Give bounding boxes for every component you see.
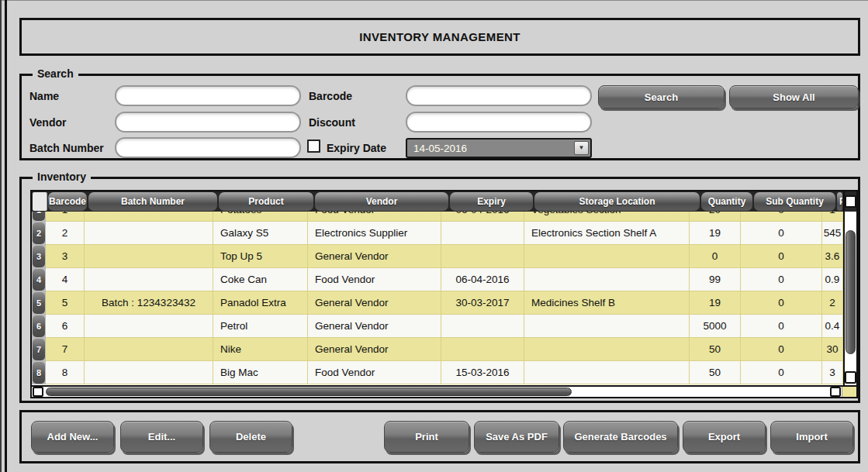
- import-button-label: Import: [796, 431, 827, 443]
- barcode-input[interactable]: [406, 85, 592, 106]
- horizontal-scrollbar-left-button[interactable]: [33, 387, 43, 397]
- expiry-date-dropdown-button[interactable]: ▼: [574, 141, 589, 155]
- vendor-input[interactable]: [115, 112, 301, 133]
- cell-vendor: General Vendor: [308, 291, 441, 315]
- cell-purchase: 3.6: [822, 245, 843, 268]
- table-row[interactable]: 11PotatoesFood Vendor06-04-2016Vegetable…: [32, 212, 843, 222]
- cell-expiry: 30-03-2017: [441, 291, 524, 315]
- cell-expiry: [441, 338, 524, 361]
- delete-button[interactable]: Delete: [209, 421, 292, 453]
- row-header[interactable]: 3: [32, 245, 46, 268]
- table-row[interactable]: 44Coke CanFood Vendor06-04-20169900.9: [32, 268, 843, 291]
- table-row[interactable]: 88Big MacFood Vendor15-03-20165003: [32, 361, 843, 384]
- print-button[interactable]: Print: [384, 421, 469, 453]
- vertical-scrollbar-up-button[interactable]: [845, 195, 856, 208]
- cell-barcode: 6: [46, 315, 85, 338]
- row-header[interactable]: 7: [32, 338, 46, 361]
- table-row[interactable]: 33Top Up 5General Vendor003.6: [32, 245, 843, 268]
- cell-expiry: [441, 315, 524, 338]
- grid-header-row: BarcodeBatch NumberProductVendorExpirySt…: [32, 191, 843, 212]
- row-header[interactable]: 5: [32, 291, 46, 315]
- save-as-pdf-button[interactable]: Save As PDF: [474, 421, 559, 453]
- discount-input[interactable]: [406, 112, 592, 133]
- horizontal-scrollbar-thumb[interactable]: [46, 388, 572, 396]
- row-header[interactable]: 8: [32, 361, 46, 384]
- cell-location: [524, 268, 690, 291]
- generate-barcodes-button[interactable]: Generate Barcodes: [563, 421, 678, 453]
- table-row[interactable]: 22Galaxy S5Electronics SupplierElectroni…: [32, 222, 843, 245]
- page-title: INVENTORY MANAGEMENT: [359, 30, 520, 43]
- cell-sub_quantity: 0: [741, 315, 822, 338]
- cell-location: [524, 361, 690, 384]
- column-header-barcode[interactable]: Barcode: [48, 192, 87, 211]
- vertical-scrollbar-track[interactable]: [845, 212, 856, 385]
- cell-barcode: 2: [46, 222, 85, 245]
- batch-number-label: Batch Number: [29, 142, 104, 154]
- delete-button-label: Delete: [236, 431, 266, 443]
- cell-batch: [85, 222, 213, 245]
- scrollbar-corner: [842, 387, 856, 397]
- cell-batch: [85, 245, 213, 268]
- table-row[interactable]: 77NikeGeneral Vendor50030: [32, 338, 843, 361]
- cell-quantity: 19: [690, 222, 741, 245]
- chevron-down-icon: ▼: [579, 145, 585, 151]
- row-header[interactable]: 1: [32, 212, 46, 222]
- column-header-quantity[interactable]: Quantity: [701, 192, 752, 211]
- horizontal-scrollbar-right-button[interactable]: [830, 387, 841, 397]
- row-header[interactable]: 4: [32, 268, 46, 291]
- column-header-product[interactable]: Product: [219, 192, 313, 211]
- cell-barcode: 5: [46, 291, 85, 315]
- row-header[interactable]: 6: [32, 315, 46, 338]
- column-header-vendor[interactable]: Vendor: [315, 192, 448, 211]
- grid-rows: 11PotatoesFood Vendor06-04-2016Vegetable…: [32, 212, 843, 384]
- column-header-location[interactable]: Storage Location: [534, 192, 700, 211]
- export-button[interactable]: Export: [683, 421, 766, 453]
- cell-sub_quantity: 0: [741, 291, 822, 315]
- cell-vendor: Food Vendor: [308, 361, 441, 384]
- search-groupbox: Search Name Barcode Search Show All Vend…: [19, 74, 860, 160]
- print-button-label: Print: [415, 431, 438, 443]
- table-row[interactable]: 55Batch : 1234323432Panadol ExtraGeneral…: [32, 291, 843, 315]
- cell-sub_quantity: 0: [741, 245, 822, 268]
- search-group-label: Search: [33, 67, 78, 80]
- window-frame-left-inner: [5, 0, 7, 472]
- expiry-date-picker[interactable]: 14-05-2016 ▼: [406, 138, 592, 158]
- export-button-label: Export: [708, 431, 740, 443]
- vendor-label: Vendor: [29, 116, 66, 129]
- cell-vendor: Electronics Supplier: [308, 222, 441, 245]
- column-header-purchase[interactable]: Purch: [837, 192, 842, 211]
- generate-barcodes-button-label: Generate Barcodes: [574, 431, 666, 443]
- vertical-scrollbar-thumb[interactable]: [846, 230, 856, 354]
- name-input[interactable]: [115, 85, 301, 106]
- column-header-expiry[interactable]: Expiry: [450, 192, 533, 211]
- horizontal-scrollbar-track[interactable]: [44, 387, 829, 397]
- cell-expiry: 06-04-2016: [441, 212, 524, 222]
- cell-vendor: General Vendor: [308, 315, 441, 338]
- row-header[interactable]: 2: [32, 222, 46, 245]
- import-button[interactable]: Import: [770, 421, 853, 453]
- batch-number-input[interactable]: [115, 137, 301, 158]
- cell-quantity: 50: [690, 338, 741, 361]
- expiry-date-checkbox[interactable]: [307, 140, 320, 153]
- add-new-button[interactable]: Add New...: [31, 421, 114, 453]
- barcode-label: Barcode: [309, 90, 352, 102]
- horizontal-scrollbar[interactable]: [32, 385, 856, 397]
- expiry-date-label: Expiry Date: [327, 142, 386, 154]
- vertical-scrollbar-down-button[interactable]: [845, 371, 856, 384]
- cell-purchase: 2: [822, 291, 843, 315]
- cell-product: Top Up 5: [213, 245, 308, 268]
- cell-product: Big Mac: [213, 361, 308, 384]
- edit-button[interactable]: Edit...: [120, 421, 203, 453]
- cell-purchase: 545: [822, 222, 843, 245]
- cell-sub_quantity: 0: [741, 361, 822, 384]
- column-header-batch[interactable]: Batch Number: [88, 192, 217, 211]
- show-all-button[interactable]: Show All: [729, 85, 859, 109]
- grid-corner-cell[interactable]: [33, 192, 47, 211]
- vertical-scrollbar[interactable]: [843, 191, 856, 385]
- cell-sub_quantity: 0: [741, 268, 822, 291]
- table-row[interactable]: 66PetrolGeneral Vendor500000.4: [32, 315, 843, 338]
- search-button[interactable]: Search: [598, 85, 724, 109]
- cell-quantity: 99: [690, 268, 741, 291]
- window-frame-top: [0, 0, 868, 1]
- column-header-sub_quantity[interactable]: Sub Quantity: [754, 192, 835, 211]
